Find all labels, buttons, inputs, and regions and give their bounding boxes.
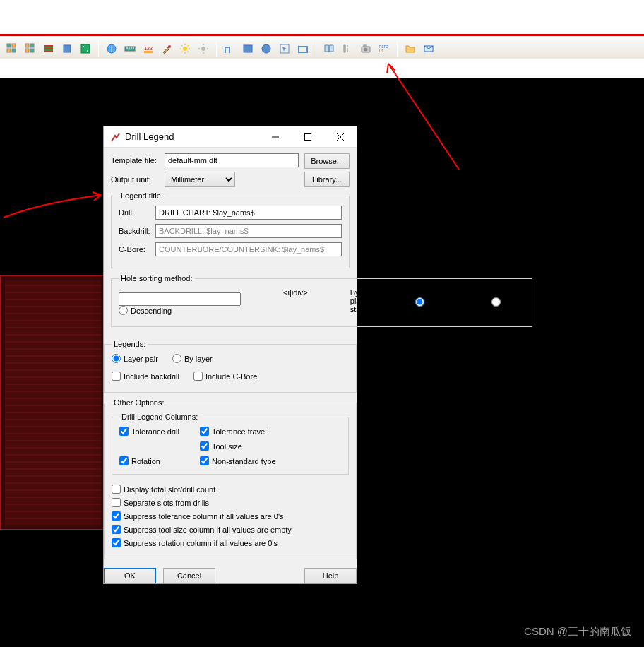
tb-ruler-icon[interactable] [122, 41, 138, 57]
dialog-title: Drill Legend [125, 131, 259, 142]
include-cbore-check[interactable] [193, 372, 203, 381]
close-button[interactable] [324, 126, 357, 148]
svg-point-19 [201, 47, 205, 51]
tolerance-travel-check[interactable] [200, 427, 209, 436]
layer-pair-radio[interactable] [112, 354, 121, 363]
titlebar[interactable]: Drill Legend [104, 126, 357, 148]
svg-rect-6 [25, 49, 29, 52]
tb-info-icon[interactable]: i [104, 41, 119, 57]
tb-sun-icon[interactable] [177, 41, 193, 57]
toolbar: i 123 R1R2U1 [0, 38, 644, 59]
include-cbore-label: Include C-Bore [205, 372, 257, 381]
legend-title-legend: Legend title: [119, 191, 165, 200]
suppress-tol-check[interactable] [112, 511, 121, 521]
plated-first-radio[interactable] [415, 297, 424, 307]
drill-legend-dialog: Drill Legend Template file: Browse... Li… [103, 126, 357, 584]
svg-point-21 [262, 44, 270, 53]
tb-board-icon[interactable] [78, 41, 93, 57]
tb-measure-icon[interactable] [340, 41, 355, 57]
svg-point-11 [87, 50, 88, 52]
svg-point-10 [83, 46, 84, 47]
legends-legend: Legends: [112, 340, 148, 348]
tb-grid-icon[interactable] [4, 41, 20, 57]
drill-columns-group: Drill Legend Columns: Tolerance drill To… [112, 412, 349, 475]
tb-mail-icon[interactable] [421, 41, 436, 57]
svg-rect-2 [7, 49, 11, 52]
by-layer-label: By layer [184, 355, 213, 363]
tolerance-drill-check[interactable] [119, 427, 129, 436]
svg-rect-1 [12, 44, 16, 47]
descending-radio[interactable] [119, 306, 128, 315]
pcb-outline [0, 275, 106, 530]
tb-shape1-icon[interactable] [222, 41, 237, 57]
tb-dim-icon[interactable] [196, 41, 211, 57]
library-button[interactable]: Library... [304, 172, 350, 187]
by-layer-radio[interactable] [172, 354, 181, 363]
include-backdrill-check[interactable] [112, 372, 121, 381]
separate-slots-check[interactable] [112, 498, 121, 507]
tb-book-icon[interactable] [321, 41, 337, 57]
backdrill-input [155, 224, 342, 238]
minimize-button[interactable] [259, 126, 292, 148]
ascending-rad�io [119, 292, 241, 306]
ok-button[interactable]: OK [104, 568, 156, 583]
cancel-button[interactable]: Cancel [163, 568, 215, 583]
svg-rect-0 [7, 44, 11, 47]
tb-123-icon[interactable]: 123 [141, 41, 156, 57]
tb-layers-icon[interactable] [41, 41, 56, 57]
tb-shape2-icon[interactable] [295, 41, 311, 57]
display-total-check[interactable] [112, 485, 121, 494]
cbore-label: C-Bore: [119, 245, 151, 254]
svg-rect-23 [299, 47, 307, 52]
suppress-tool-check[interactable] [112, 525, 121, 534]
tb-refdes-icon[interactable]: R1R2U1 [376, 41, 392, 57]
svg-rect-9 [81, 44, 90, 53]
output-unit-select[interactable]: Millimeter [165, 172, 235, 187]
browse-button[interactable]: Browse... [304, 153, 350, 169]
tb-grid2-icon[interactable] [23, 41, 38, 57]
tb-brush-icon[interactable] [159, 41, 174, 57]
accent-line [0, 34, 644, 36]
watermark: CSDN @三十的南瓜饭 [524, 625, 631, 639]
svg-text:U1: U1 [379, 49, 384, 53]
nonstandard-label: Non-standard type [212, 457, 276, 465]
hole-sorting-group: Hole sorting method: Descending <ψdiv> B… [111, 274, 532, 327]
plated-first-label: Plated first [427, 293, 449, 310]
display-total-label: Display total slot/drill count [124, 485, 215, 494]
help-button[interactable]: Help [304, 568, 357, 583]
other-options-legend: Other Options: [112, 398, 167, 407]
tb-cursor-icon[interactable] [277, 41, 292, 57]
by-plating-header: By plating status [350, 288, 373, 315]
svg-rect-8 [64, 45, 71, 52]
tool-size-label: Tool size [212, 442, 242, 451]
tb-rect-icon[interactable] [240, 41, 256, 57]
svg-rect-4 [25, 44, 29, 47]
hole-sorting-legend: Hole sorting method: [119, 274, 195, 283]
svg-text:i: i [111, 45, 112, 53]
rotation-label: Rotation [131, 457, 160, 465]
tb-circle-icon[interactable] [258, 41, 274, 57]
svg-rect-5 [30, 44, 34, 47]
template-file-label: Template file: [111, 156, 160, 165]
template-file-input[interactable] [165, 153, 299, 167]
rotation-check[interactable] [119, 456, 129, 465]
output-unit-label: Output unit: [111, 175, 160, 184]
drill-input[interactable] [155, 206, 342, 220]
nonplated-first-radio[interactable] [491, 297, 501, 307]
legends-group: Legends: Layer pair By layer Include bac… [104, 340, 357, 393]
svg-text:123: 123 [144, 46, 153, 51]
separate-slots-label: Separate slots from drills [124, 499, 209, 507]
svg-rect-30 [305, 133, 311, 140]
include-backdrill-label: Include backdrill [124, 372, 179, 381]
suppress-rot-check[interactable] [112, 538, 121, 547]
svg-rect-3 [12, 49, 16, 52]
svg-point-17 [168, 45, 171, 48]
maximize-button[interactable] [292, 126, 324, 148]
app-icon [109, 131, 121, 143]
tb-chip-icon[interactable] [59, 41, 75, 57]
tb-folder-icon[interactable] [402, 41, 418, 57]
suppress-rot-label: Suppress rotation column if all values a… [124, 539, 278, 547]
nonstandard-check[interactable] [200, 456, 209, 465]
tool-size-check[interactable] [200, 441, 209, 451]
tb-camera-icon[interactable] [358, 41, 374, 57]
